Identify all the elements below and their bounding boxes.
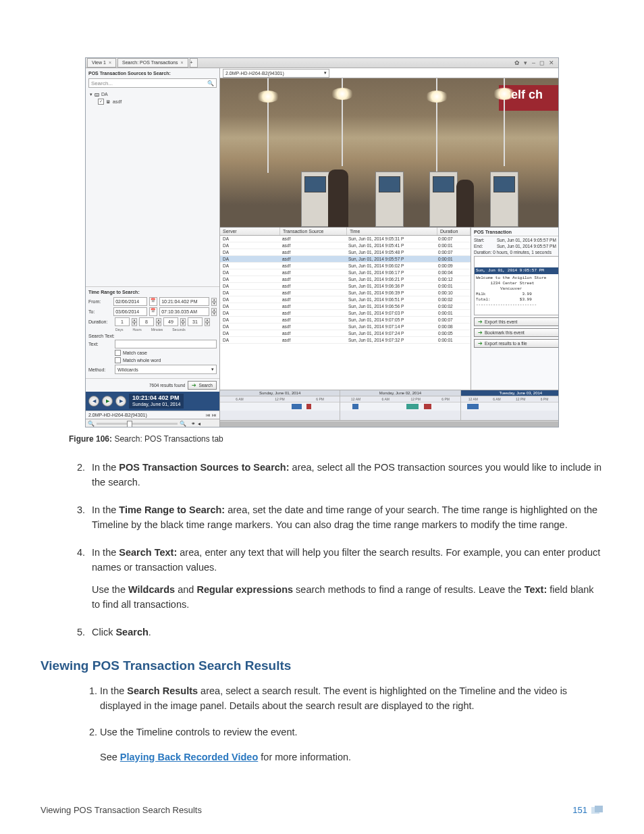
table-row[interactable]: DAasdfSun, Jun 01, 2014 9:06:17 P0:00:04 bbox=[220, 269, 471, 276]
col-duration[interactable]: Duration bbox=[437, 228, 471, 235]
method-value: Wildcards bbox=[117, 367, 138, 372]
source-search-input[interactable]: Search... 🔍 bbox=[88, 78, 217, 88]
unit-hours: Hours bbox=[132, 328, 141, 332]
receipt-body: Welcome to the Avigilon Store 1234 Cente… bbox=[476, 276, 546, 307]
table-row[interactable]: DAasdfSun, Jun 01, 2014 9:06:02 P0:00:09 bbox=[220, 263, 471, 269]
collapse-icon[interactable]: ◂ bbox=[198, 421, 200, 427]
checkbox-icon[interactable]: ✓ bbox=[98, 99, 104, 105]
table-row[interactable]: DAasdfSun, Jun 01, 2014 9:07:14 P0:00:08 bbox=[220, 323, 471, 330]
dur-hours-input[interactable]: 8 bbox=[139, 317, 154, 326]
duration-value: Duration: 0 hours, 0 minutes, 1 seconds bbox=[474, 250, 559, 255]
from-time-input[interactable]: 10:21:04.402 PM bbox=[159, 297, 209, 306]
close-icon[interactable]: × bbox=[109, 59, 111, 67]
substep-2: Use the Timeline controls to review the … bbox=[100, 725, 603, 764]
playback-date-value: Sunday, June 01, 2014 bbox=[132, 401, 180, 407]
col-server[interactable]: Server bbox=[220, 228, 280, 235]
tab-add[interactable]: + bbox=[190, 58, 198, 68]
table-row[interactable]: DAasdfSun, Jun 01, 2014 9:05:41 P0:00:01 bbox=[220, 242, 471, 249]
bookmark-event-button[interactable]: ➔Bookmark this event bbox=[474, 328, 559, 337]
dur-secs-stepper[interactable]: ▲▼ bbox=[205, 318, 210, 325]
tree-root-label: DA bbox=[101, 90, 108, 98]
step-fwd-button[interactable]: ▶ bbox=[115, 396, 126, 407]
calendar-icon[interactable]: 📅 bbox=[149, 307, 157, 316]
tab-bar: View 1× Search: POS Transactions× + ✿ ▾ … bbox=[86, 58, 558, 68]
search-text-input[interactable] bbox=[115, 340, 217, 348]
dur-mins-input[interactable]: 49 bbox=[163, 317, 178, 326]
dur-days-stepper[interactable]: ▲▼ bbox=[132, 318, 137, 325]
match-word-checkbox[interactable] bbox=[115, 357, 121, 363]
timeline[interactable]: Sunday, June 01, 2014 6 AM12 PM6 PM Mond… bbox=[220, 390, 559, 420]
match-case-checkbox[interactable] bbox=[115, 350, 121, 356]
window-controls[interactable]: ✿ ▾ – ◻ ✕ bbox=[514, 59, 556, 66]
table-row[interactable]: DAasdfSun, Jun 01, 2014 9:05:31 P0:00:07 bbox=[220, 236, 471, 242]
method-label: Method: bbox=[88, 367, 113, 372]
dur-hours-stepper[interactable]: ▲▼ bbox=[156, 318, 161, 325]
timeline-scrollbar[interactable] bbox=[220, 420, 559, 427]
dur-mins-stepper[interactable]: ▲▼ bbox=[180, 318, 186, 325]
tl-day1[interactable]: Sunday, June 01, 2014 bbox=[220, 390, 340, 396]
tree-root[interactable]: ▾ 🖴 DA bbox=[90, 90, 215, 98]
table-row[interactable]: DAasdfSun, Jun 01, 2014 9:06:56 P0:00:02 bbox=[220, 303, 471, 310]
from-date-input[interactable]: 02/06/2014 bbox=[113, 297, 147, 306]
bookmark-label: Bookmark this event bbox=[485, 330, 525, 335]
to-date-input[interactable]: 03/06/2014 bbox=[113, 307, 147, 316]
to-time-input[interactable]: 07:10:36.035 AM bbox=[159, 307, 209, 316]
link-icon[interactable]: ⚭ bbox=[191, 421, 196, 427]
video-panel[interactable]: Self ch bbox=[220, 78, 559, 228]
step-back-button[interactable]: ◀ bbox=[88, 396, 99, 407]
tab-view1-label: View 1 bbox=[92, 59, 106, 67]
table-row[interactable]: DAasdfSun, Jun 01, 2014 9:06:36 P0:00:01 bbox=[220, 283, 471, 290]
section-heading: Viewing POS Transaction Search Results bbox=[41, 658, 603, 673]
app-screenshot: View 1× Search: POS Transactions× + ✿ ▾ … bbox=[85, 57, 559, 427]
to-time-stepper[interactable]: ▲▼ bbox=[211, 308, 217, 315]
skip-icons[interactable]: ⏮ ⏭ bbox=[206, 413, 217, 417]
zoom-slider[interactable] bbox=[97, 423, 178, 425]
time-range-section: Time Range to Search: From: 02/06/2014 📅… bbox=[86, 286, 219, 378]
dur-secs-input[interactable]: 31 bbox=[188, 317, 203, 326]
match-word-label: Match whole word bbox=[123, 358, 161, 363]
table-row[interactable]: DAasdfSun, Jun 01, 2014 9:05:48 P0:00:07 bbox=[220, 249, 471, 256]
close-icon[interactable]: × bbox=[180, 59, 183, 67]
tab-search-pos[interactable]: Search: POS Transactions× bbox=[117, 58, 188, 68]
play-button[interactable]: ▶ bbox=[102, 396, 113, 407]
table-row[interactable]: DAasdfSun, Jun 01, 2014 9:07:24 P0:00:05 bbox=[220, 330, 471, 337]
receipt-preview: Sun, Jun 01, 2014 9:05:57 PMWelcome to t… bbox=[474, 256, 559, 315]
export-event-button[interactable]: ➔Export this event bbox=[474, 317, 559, 326]
tab-view1[interactable]: View 1× bbox=[87, 58, 116, 68]
table-row[interactable]: DAasdfSun, Jun 01, 2014 9:06:21 P0:00:12 bbox=[220, 276, 471, 283]
table-row[interactable]: DAasdfSun, Jun 01, 2014 9:07:03 P0:00:01 bbox=[220, 310, 471, 317]
chevron-down-icon: ▾ bbox=[211, 367, 214, 372]
calendar-icon[interactable]: 📅 bbox=[149, 297, 157, 306]
arrow-right-icon: ➔ bbox=[478, 340, 483, 346]
table-row[interactable]: DAasdfSun, Jun 01, 2014 9:07:32 P0:00:01 bbox=[220, 337, 471, 344]
page-icon bbox=[591, 806, 603, 815]
tl-day2[interactable]: Monday, June 02, 2014 bbox=[340, 390, 460, 396]
substep-1: In the Search Results area, select a sea… bbox=[100, 683, 603, 714]
results-panel: 2.0MP-HD-H264-B2(94301)▾ Self ch bbox=[220, 68, 559, 427]
col-time[interactable]: Time bbox=[347, 228, 437, 235]
method-select[interactable]: Wildcards▾ bbox=[115, 365, 217, 374]
zoom-in-icon[interactable]: 🔍 bbox=[180, 421, 186, 427]
search-placeholder: Search... bbox=[91, 80, 113, 86]
server-icon: 🖴 bbox=[95, 90, 99, 98]
table-row[interactable]: DAasdfSun, Jun 01, 2014 9:07:05 P0:00:07 bbox=[220, 317, 471, 323]
zoom-out-icon[interactable]: 🔍 bbox=[88, 421, 95, 427]
tree-child[interactable]: ✓ 🗎 asdf bbox=[98, 98, 215, 105]
search-button[interactable]: ➔Search bbox=[188, 381, 217, 390]
col-source[interactable]: Transaction Source bbox=[280, 228, 347, 235]
figure-caption: Figure 106: Search: POS Transactions tab bbox=[69, 434, 603, 444]
dur-days-input[interactable]: 1 bbox=[115, 317, 130, 326]
step-2: In the POS Transaction Sources to Search… bbox=[88, 460, 603, 490]
table-row[interactable]: DAasdfSun, Jun 01, 2014 9:06:51 P0:00:02 bbox=[220, 296, 471, 303]
from-time-stepper[interactable]: ▲▼ bbox=[211, 298, 217, 305]
instruction-list: In the POS Transaction Sources to Search… bbox=[41, 460, 603, 640]
camera-select[interactable]: 2.0MP-HD-H264-B2(94301)▾ bbox=[223, 69, 329, 78]
table-row[interactable]: DAasdfSun, Jun 01, 2014 9:05:57 P0:00:01 bbox=[220, 256, 471, 263]
end-value: Sun, Jun 01, 2014 9:05:57 PM bbox=[497, 244, 556, 249]
tl-day3[interactable]: Tuesday, June 03, 2014 bbox=[461, 390, 559, 396]
playing-back-link[interactable]: Playing Back Recorded Video bbox=[120, 752, 258, 762]
tab-search-label: Search: POS Transactions bbox=[122, 59, 178, 67]
table-row[interactable]: DAasdfSun, Jun 01, 2014 9:06:39 P0:00:10 bbox=[220, 290, 471, 296]
text-label: Text: bbox=[88, 342, 113, 346]
export-results-button[interactable]: ➔Export results to a file bbox=[474, 339, 559, 348]
